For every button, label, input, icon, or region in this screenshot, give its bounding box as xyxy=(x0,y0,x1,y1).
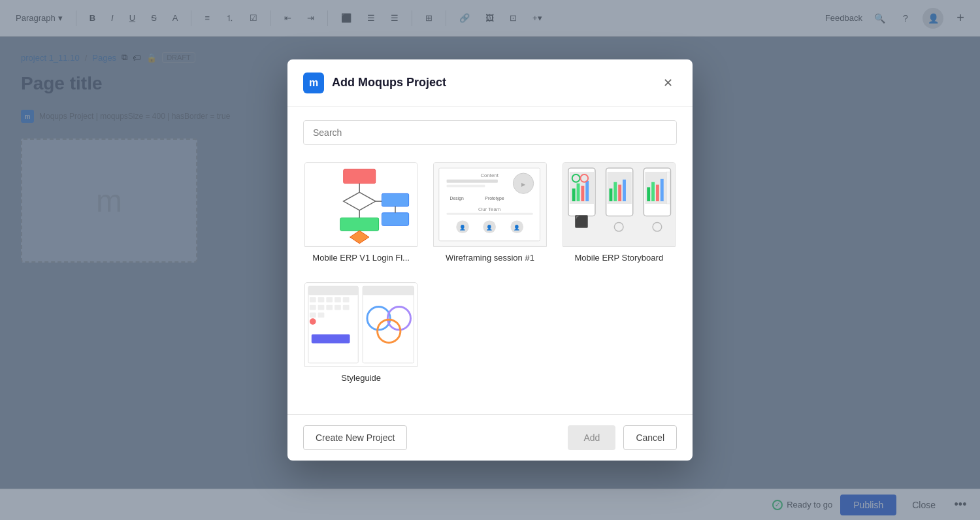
svg-rect-40 xyxy=(613,182,617,201)
storyboard-svg: ⬛ xyxy=(563,163,675,246)
project-name-1: Mobile ERP V1 Login Fl... xyxy=(304,247,417,267)
svg-rect-41 xyxy=(618,184,621,201)
modal-body: Mobile ERP V1 Login Fl... Content xyxy=(287,107,693,414)
svg-rect-33 xyxy=(581,186,584,201)
add-button[interactable]: Add xyxy=(568,425,615,450)
styleguide-svg xyxy=(305,283,417,366)
svg-rect-60 xyxy=(343,297,350,302)
modal-header: m Add Moqups Project ✕ xyxy=(287,59,693,107)
svg-rect-31 xyxy=(572,188,575,201)
svg-rect-46 xyxy=(651,182,655,201)
svg-text:Content: Content xyxy=(481,172,499,178)
svg-text:▶: ▶ xyxy=(521,181,526,187)
project-name-2: Wireframing session #1 xyxy=(433,247,546,267)
svg-text:⬛: ⬛ xyxy=(574,214,589,229)
project-card-styleguide[interactable]: Styleguide xyxy=(303,281,419,388)
svg-rect-39 xyxy=(609,188,612,201)
project-card-wireframe[interactable]: Content ▶ Design Prototype Our Team xyxy=(432,161,547,268)
svg-rect-65 xyxy=(343,305,350,310)
wireframe-svg: Content ▶ Design Prototype Our Team xyxy=(434,163,546,246)
svg-text:Design: Design xyxy=(450,196,464,201)
svg-rect-71 xyxy=(363,286,414,295)
modal-footer: Create New Project Add Cancel xyxy=(287,414,693,461)
project-name-4: Styleguide xyxy=(304,367,417,387)
svg-rect-34 xyxy=(585,181,589,201)
svg-rect-15 xyxy=(447,184,485,187)
svg-rect-63 xyxy=(326,305,333,310)
project-thumbnail-flowchart xyxy=(304,162,417,247)
svg-rect-57 xyxy=(318,297,325,302)
svg-rect-47 xyxy=(656,184,659,201)
svg-rect-42 xyxy=(623,180,626,201)
svg-rect-1 xyxy=(344,169,376,184)
svg-rect-7 xyxy=(382,193,408,206)
svg-rect-56 xyxy=(310,297,316,302)
create-new-project-button[interactable]: Create New Project xyxy=(303,425,407,450)
svg-text:👤: 👤 xyxy=(487,224,493,231)
project-thumbnail-storyboard: ⬛ xyxy=(563,162,676,247)
project-thumbnail-wireframe: Content ▶ Design Prototype Our Team xyxy=(433,162,546,247)
project-search-input[interactable] xyxy=(303,120,677,145)
svg-rect-48 xyxy=(660,179,663,201)
svg-rect-64 xyxy=(335,305,341,310)
svg-rect-59 xyxy=(335,297,341,302)
svg-rect-32 xyxy=(576,184,580,201)
svg-rect-5 xyxy=(340,218,379,231)
svg-rect-14 xyxy=(447,180,498,183)
flowchart-svg xyxy=(305,163,417,246)
svg-rect-45 xyxy=(647,187,650,201)
projects-grid: Mobile ERP V1 Login Fl... Content xyxy=(303,161,677,388)
svg-text:Prototype: Prototype xyxy=(485,196,504,201)
svg-text:Our Team: Our Team xyxy=(478,206,500,212)
svg-text:👤: 👤 xyxy=(514,224,521,231)
footer-actions: Add Cancel xyxy=(568,425,677,450)
svg-rect-62 xyxy=(318,305,325,310)
modal-overlay: m Add Moqups Project ✕ xyxy=(0,0,980,520)
project-name-3: Mobile ERP Storyboard xyxy=(563,247,676,267)
modal-close-button[interactable]: ✕ xyxy=(659,74,677,92)
cancel-button[interactable]: Cancel xyxy=(623,425,677,450)
modal-title: Add Moqups Project xyxy=(332,76,651,89)
project-card-flowchart[interactable]: Mobile ERP V1 Login Fl... xyxy=(303,161,419,268)
svg-rect-66 xyxy=(310,312,316,317)
modal-logo: m xyxy=(303,73,324,93)
svg-rect-8 xyxy=(382,213,408,226)
add-moqups-modal: m Add Moqups Project ✕ xyxy=(287,59,693,461)
svg-rect-49 xyxy=(666,172,670,204)
svg-rect-61 xyxy=(310,305,316,310)
svg-rect-21 xyxy=(447,213,533,215)
svg-rect-67 xyxy=(318,312,325,317)
project-thumbnail-styleguide xyxy=(304,282,417,367)
svg-point-68 xyxy=(310,318,316,325)
svg-rect-69 xyxy=(312,334,350,344)
svg-rect-55 xyxy=(308,286,358,295)
svg-text:👤: 👤 xyxy=(459,224,466,231)
project-card-storyboard[interactable]: ⬛ Mobile ERP Storyboard xyxy=(561,161,677,268)
svg-rect-58 xyxy=(326,297,333,302)
